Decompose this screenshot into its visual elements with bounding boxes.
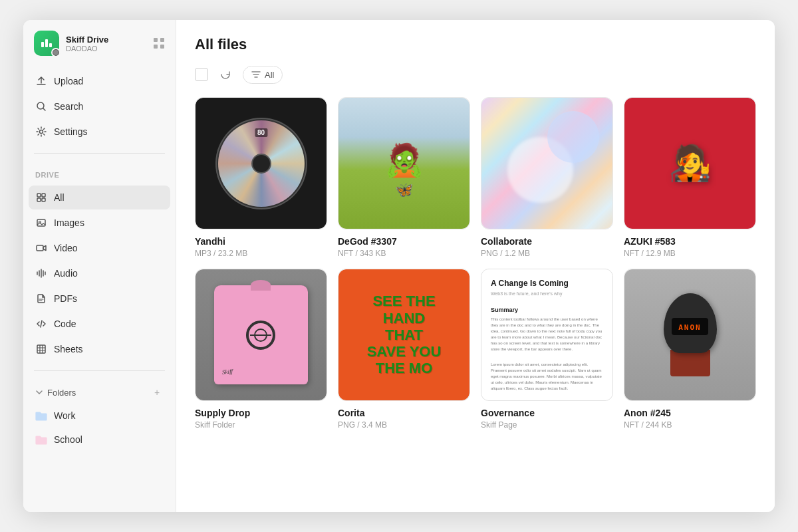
file-meta-degod: NFT / 343 KB (338, 249, 470, 258)
user-name: Skiff Drive (66, 35, 108, 45)
avatar-sub (51, 48, 61, 57)
file-card-governance[interactable]: A Change Is Coming Web3 is the future, a… (481, 269, 613, 430)
select-all-checkbox[interactable] (195, 68, 208, 81)
file-name-supply-drop: Supply Drop (195, 408, 327, 418)
file-meta-collaborate: PNG / 1.2 MB (481, 249, 613, 258)
grid-icon[interactable] (153, 37, 165, 49)
video-icon (35, 242, 47, 254)
svg-rect-2 (154, 45, 158, 49)
svg-rect-13 (37, 345, 45, 353)
file-name-collaborate: Collaborate (481, 236, 613, 247)
audio-icon (35, 267, 47, 279)
gov-doc-text2: Lorem ipsum dolor sit amet, consectetur … (491, 362, 603, 392)
file-name-anon: Anon #245 (624, 408, 756, 418)
sidebar-header: Skiff Drive DAODAO (23, 31, 176, 66)
file-card-degod[interactable]: 🧟 🦋 DeGod #3307 NFT / 343 KB (338, 97, 470, 258)
drive-item-pdfs[interactable]: PDFs (29, 287, 170, 311)
file-meta-supply-drop: Skiff Folder (195, 420, 327, 430)
drive-item-audio[interactable]: Audio (29, 261, 170, 285)
upload-icon (35, 75, 47, 87)
sidebar-nav-top: Upload Search Settings (23, 66, 176, 146)
svg-rect-10 (37, 219, 45, 226)
files-grid: 80 Yandhi MP3 / 23.2 MB 🧟 🦋 (195, 97, 756, 430)
file-thumbnail-corita: SEE THEHANDTHATSAVE YOUTHE MO (338, 269, 470, 401)
gov-doc-title: A Change Is Coming (491, 279, 603, 288)
upload-button[interactable]: Upload (29, 69, 170, 93)
folder-blue-icon (35, 410, 47, 421)
code-icon (35, 318, 47, 330)
svg-rect-7 (42, 194, 45, 197)
file-meta-anon: NFT / 244 KB (624, 420, 756, 430)
sidebar-divider-1 (34, 153, 165, 154)
folder-item-work[interactable]: Work (29, 404, 170, 427)
file-card-supply-drop[interactable]: Skiff Supply Drop Skiff Folder (195, 269, 327, 430)
file-name-yandhi: Yandhi (195, 236, 327, 247)
main-content: All files All (176, 20, 775, 512)
file-meta-yandhi: MP3 / 23.2 MB (195, 249, 327, 258)
app-container: Skiff Drive DAODAO (23, 20, 775, 512)
file-meta-azuki: NFT / 12.9 MB (624, 249, 756, 258)
sheets-icon (35, 343, 47, 355)
file-meta-corita: PNG / 3.4 MB (338, 420, 470, 430)
drive-section-label: Drive (23, 160, 176, 183)
video-label: Video (54, 243, 78, 253)
settings-button[interactable]: Settings (29, 120, 170, 144)
file-card-corita[interactable]: SEE THEHANDTHATSAVE YOUTHE MO Corita PNG… (338, 269, 470, 430)
file-thumbnail-collaborate (481, 97, 613, 229)
filter-button[interactable]: All (243, 66, 283, 84)
search-label: Search (54, 101, 83, 112)
file-name-degod: DeGod #3307 (338, 236, 470, 247)
school-folder-label: School (54, 434, 82, 445)
drive-item-sheets[interactable]: Sheets (29, 337, 170, 361)
work-folder-label: Work (54, 410, 75, 421)
refresh-button[interactable] (216, 65, 235, 84)
drive-item-code[interactable]: Code (29, 312, 170, 336)
svg-rect-8 (37, 198, 41, 201)
folder-pink-icon (35, 434, 47, 445)
add-folder-button[interactable]: + (150, 386, 164, 399)
avatar (34, 31, 59, 56)
file-thumbnail-governance: A Change Is Coming Web3 is the future, a… (481, 269, 613, 401)
toolbar: All (195, 65, 756, 84)
file-meta-governance: Skiff Page (481, 420, 613, 430)
drive-item-video[interactable]: Video (29, 236, 170, 260)
page-title: All files (195, 36, 756, 53)
folder-item-school[interactable]: School (29, 428, 170, 451)
settings-label: Settings (54, 126, 88, 137)
user-handle: DAODAO (66, 45, 108, 53)
search-button[interactable]: Search (29, 94, 170, 118)
svg-rect-12 (37, 245, 43, 251)
svg-rect-0 (154, 38, 158, 42)
gov-summary-label: Summary (491, 307, 603, 313)
folders-label-text: Folders (47, 388, 76, 398)
sheets-label: Sheets (54, 344, 83, 354)
images-icon (35, 217, 47, 229)
sidebar: Skiff Drive DAODAO (23, 20, 176, 512)
folders-toggle[interactable]: Folders (35, 388, 76, 398)
svg-point-5 (40, 130, 43, 134)
file-thumbnail-azuki: 🧑‍🎤 (624, 97, 756, 229)
drive-item-all[interactable]: All (29, 186, 170, 209)
file-name-azuki: AZUKI #583 (624, 236, 756, 247)
file-thumbnail-degod: 🧟 🦋 (338, 97, 470, 229)
svg-rect-6 (37, 194, 41, 197)
file-card-yandhi[interactable]: 80 Yandhi MP3 / 23.2 MB (195, 97, 327, 258)
pdfs-label: PDFs (54, 293, 77, 304)
images-label: Images (54, 217, 84, 228)
sidebar-divider-2 (34, 370, 165, 371)
file-card-anon[interactable]: ANON Anon #245 NFT / 244 KB (624, 269, 756, 430)
all-files-icon (35, 192, 47, 203)
avatar-bars (41, 39, 52, 47)
code-label: Code (54, 319, 76, 329)
audio-label: Audio (54, 268, 78, 279)
file-card-azuki[interactable]: 🧑‍🎤 AZUKI #583 NFT / 12.9 MB (624, 97, 756, 258)
file-card-collaborate[interactable]: Collaborate PNG / 1.2 MB (481, 97, 613, 258)
gov-doc-text: This content toolbar follows around the … (491, 317, 603, 352)
upload-label: Upload (54, 76, 83, 86)
chevron-down-icon (35, 388, 43, 396)
drive-item-images[interactable]: Images (29, 211, 170, 235)
user-info: Skiff Drive DAODAO (34, 31, 108, 56)
file-name-governance: Governance (481, 408, 613, 418)
svg-rect-1 (160, 38, 164, 42)
drive-items: All Images (23, 183, 176, 364)
